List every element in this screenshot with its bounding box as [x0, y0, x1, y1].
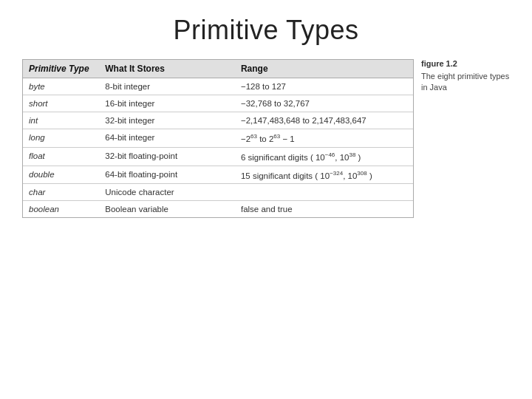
- col-header-range: Range: [235, 60, 413, 78]
- figure-caption: figure 1.2 The eight primitive types in …: [421, 59, 510, 94]
- page: Primitive Types Primitive Type What It S…: [0, 0, 532, 399]
- cell-range: [235, 184, 413, 201]
- table-row: char Unicode character: [23, 184, 413, 201]
- cell-type: float: [23, 147, 99, 166]
- table-header-row: Primitive Type What It Stores Range: [23, 60, 413, 78]
- cell-range: 6 significant digits ( 10−46, 1038 ): [235, 147, 413, 166]
- cell-stores: 64-bit floating-point: [99, 166, 235, 184]
- cell-range: −2,147,483,648 to 2,147,483,647: [235, 112, 413, 129]
- cell-type: int: [23, 112, 99, 129]
- cell-stores: 8-bit integer: [99, 78, 235, 95]
- col-header-type: Primitive Type: [23, 60, 99, 78]
- col-header-stores: What It Stores: [99, 60, 235, 78]
- primitive-types-table: Primitive Type What It Stores Range byte…: [23, 60, 413, 217]
- cell-stores: Boolean variable: [99, 201, 235, 218]
- cell-range: false and true: [235, 201, 413, 218]
- cell-type: long: [23, 129, 99, 148]
- page-title: Primitive Types: [174, 15, 359, 46]
- content-area: Primitive Type What It Stores Range byte…: [22, 59, 510, 218]
- cell-type: char: [23, 184, 99, 201]
- table-row: byte 8-bit integer −128 to 127: [23, 78, 413, 95]
- cell-stores: Unicode character: [99, 184, 235, 201]
- table-row: float 32-bit floating-point 6 significan…: [23, 147, 413, 166]
- cell-range: −263 to 263 − 1: [235, 129, 413, 148]
- cell-type: short: [23, 95, 99, 112]
- cell-type: double: [23, 166, 99, 184]
- cell-range: 15 significant digits ( 10−324, 10308 ): [235, 166, 413, 184]
- table-row: short 16-bit integer −32,768 to 32,767: [23, 95, 413, 112]
- cell-stores: 32-bit floating-point: [99, 147, 235, 166]
- cell-type: byte: [23, 78, 99, 95]
- figure-label: figure 1.2: [421, 59, 510, 68]
- cell-range: −32,768 to 32,767: [235, 95, 413, 112]
- cell-type: boolean: [23, 201, 99, 218]
- table-row: double 64-bit floating-point 15 signific…: [23, 166, 413, 184]
- table-row: long 64-bit integer −263 to 263 − 1: [23, 129, 413, 148]
- cell-stores: 64-bit integer: [99, 129, 235, 148]
- table-row: int 32-bit integer −2,147,483,648 to 2,1…: [23, 112, 413, 129]
- figure-description: The eight primitive types in Java: [421, 71, 510, 94]
- cell-stores: 32-bit integer: [99, 112, 235, 129]
- table-row: boolean Boolean variable false and true: [23, 201, 413, 218]
- table-container: Primitive Type What It Stores Range byte…: [22, 59, 414, 218]
- cell-range: −128 to 127: [235, 78, 413, 95]
- cell-stores: 16-bit integer: [99, 95, 235, 112]
